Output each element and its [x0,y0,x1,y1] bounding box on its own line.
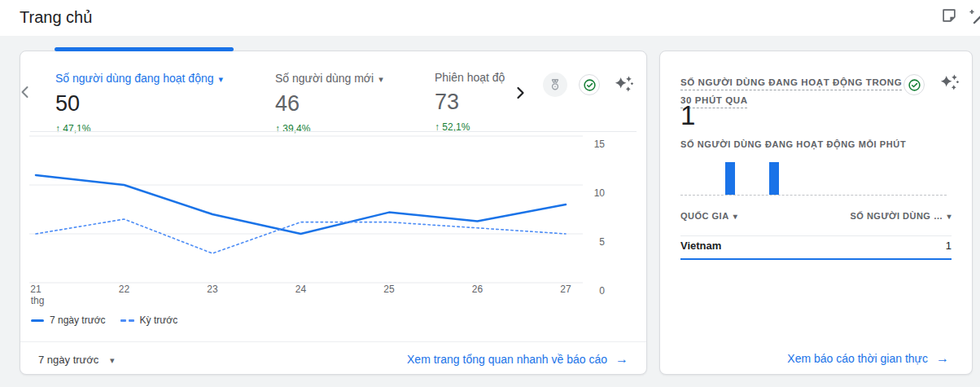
customize-icon[interactable] [969,7,980,29]
metric-tab-active-users[interactable]: Số người dùng đang hoạt động▾ 50 ↑ 47,1% [55,71,223,134]
legend-label: Kỳ trước [140,314,178,326]
metric-tab-sessions[interactable]: Phiên hoạt độ 73 ↑ 52,1% [435,71,511,133]
caret-down-icon[interactable]: ▾ [219,74,224,84]
metric-tab-new-users[interactable]: Số người dùng mới▾ 46 ↑ 39,4% [275,71,383,134]
legend-item-previous: Kỳ trước [120,314,178,326]
active-tab-indicator [55,47,234,51]
svg-text:5: 5 [599,236,605,248]
per-minute-label: SỐ NGƯỜI DÙNG ĐANG HOẠT ĐỘNG MỖI PHÚT [680,139,906,149]
note-icon[interactable] [940,7,958,28]
dashed-line-swatch [120,319,134,322]
metric-label: Phiên hoạt độ [435,71,511,84]
realtime-table-header: QUỐC GIA▾ SỐ NGƯỜI DÙNG …▾ [680,211,952,221]
chart-legend: 7 ngày trước Kỳ trước [31,314,177,326]
caret-down-icon: ▾ [947,212,952,221]
realtime-report-link[interactable]: Xem báo cáo thời gian thực → [787,351,949,366]
metric-value: 50 [55,91,223,117]
legend-label: 7 ngày trước [50,314,106,326]
trend-chart-svg: 05101521222324252627thg [28,131,635,310]
svg-text:24: 24 [295,284,307,295]
page-title: Trang chủ [20,8,92,27]
benchmark-medal-icon[interactable] [543,73,567,97]
realtime-bar [769,162,779,195]
caret-down-icon: ▾ [733,212,738,221]
realtime-bar-chart [680,158,947,196]
realtime-users-value: 1 [680,100,695,131]
users-cell: 1 [946,240,952,252]
svg-text:15: 15 [594,139,606,150]
svg-text:26: 26 [472,284,483,295]
date-range-dropdown[interactable]: 7 ngày trước ▾ [30,349,122,371]
svg-text:0: 0 [599,285,605,297]
footer-divider [20,341,646,342]
metric-value: 46 [275,91,383,117]
svg-text:21: 21 [30,284,42,295]
date-range-label: 7 ngày trước [38,354,98,366]
users-column-header[interactable]: SỐ NGƯỜI DÙNG …▾ [850,211,952,221]
carousel-prev-chevron-icon[interactable] [15,82,35,105]
overview-card: Số người dùng đang hoạt động▾ 50 ↑ 47,1%… [20,51,647,375]
svg-text:23: 23 [207,284,218,295]
svg-text:thg: thg [31,295,45,306]
svg-text:22: 22 [119,284,130,295]
insights-sparkle-icon[interactable] [938,73,960,98]
carousel-next-chevron-icon[interactable] [510,83,530,106]
svg-text:25: 25 [383,284,395,295]
solid-line-swatch [31,319,44,322]
realtime-title[interactable]: SỐ NGƯỜI DÙNG ĐANG HOẠT ĐỘNG TRONG 30 PH… [680,73,903,109]
metric-label: Số người dùng đang hoạt động▾ [55,72,223,85]
legend-item-current: 7 ngày trước [31,314,106,326]
app-header: Trang chủ [0,0,980,36]
realtime-card: SỐ NGƯỜI DÙNG ĐANG HOẠT ĐỘNG TRONG 30 PH… [659,51,973,375]
insights-sparkle-icon[interactable] [612,74,634,99]
data-quality-check-icon[interactable] [903,74,925,95]
country-column-header[interactable]: QUỐC GIA▾ [680,211,737,221]
caret-down-icon: ▾ [110,355,115,365]
metric-label: Số người dùng mới▾ [275,72,383,85]
data-quality-check-icon[interactable] [579,74,600,95]
realtime-bar [725,162,735,195]
arrow-right-icon: → [936,351,949,366]
svg-text:10: 10 [594,187,606,199]
caret-down-icon[interactable]: ▾ [378,74,383,84]
country-cell: Vietnam [680,240,721,252]
reports-snapshot-link[interactable]: Xem trang tổng quan nhanh về báo cáo → [407,352,628,367]
table-header-divider [680,235,952,236]
table-row-underline [680,258,952,260]
arrow-right-icon: → [615,352,628,367]
metric-value: 73 [435,90,511,115]
table-row: Vietnam 1 [680,240,952,252]
overview-footer: 7 ngày trước ▾ Xem trang tổng quan nhanh… [30,345,628,374]
svg-text:27: 27 [560,284,571,295]
